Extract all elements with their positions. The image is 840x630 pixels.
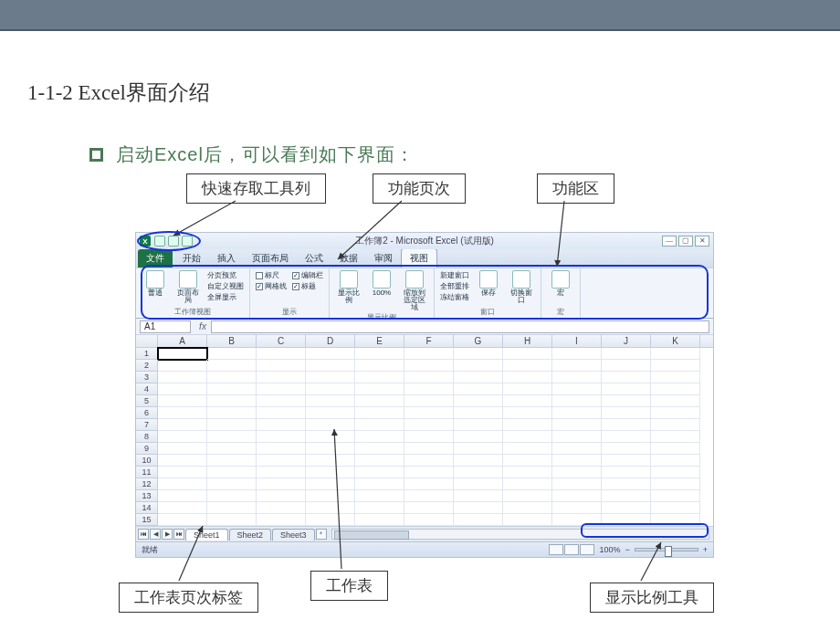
cell[interactable] [651,360,700,372]
cell[interactable] [651,372,700,383]
cell[interactable] [454,383,503,395]
cell[interactable] [158,478,207,490]
cell[interactable] [651,395,700,407]
sheet-tab-1[interactable]: Sheet1 [185,529,228,541]
cell[interactable] [257,348,306,360]
cell[interactable] [503,360,552,372]
cell[interactable] [454,372,503,383]
cell[interactable] [503,467,552,478]
row-header[interactable]: 10 [136,455,158,467]
zoom-in-button[interactable]: + [703,545,708,554]
cell[interactable] [306,455,355,467]
cell[interactable] [207,360,257,372]
cell[interactable] [552,395,602,407]
cell[interactable] [552,360,602,372]
cell[interactable] [552,467,602,478]
cell[interactable] [454,478,503,490]
cell[interactable] [207,467,257,478]
cell[interactable] [306,467,355,478]
cell[interactable] [602,502,651,514]
cell[interactable] [306,407,355,419]
cell[interactable] [207,383,257,395]
cell[interactable] [306,360,355,372]
col-C[interactable]: C [257,335,306,347]
cell[interactable] [158,419,207,431]
cell[interactable] [552,502,602,514]
cell[interactable] [306,419,355,431]
col-J[interactable]: J [602,335,651,347]
cell[interactable] [257,383,306,395]
cell[interactable] [651,467,700,478]
cell[interactable] [651,383,700,395]
cell[interactable] [207,431,257,443]
row-header[interactable]: 1 [136,348,158,360]
view-pagebreak-icon[interactable] [580,544,594,555]
cell[interactable] [158,443,207,455]
cell[interactable] [503,419,552,431]
cell[interactable] [552,383,602,395]
cell[interactable] [651,419,700,431]
cell[interactable] [158,490,207,502]
cell[interactable] [404,407,454,419]
col-D[interactable]: D [306,335,355,347]
tabnav-first[interactable]: ⏮ [138,529,149,540]
cell[interactable] [207,478,257,490]
cell[interactable] [503,455,552,467]
close-button[interactable]: ✕ [695,236,709,247]
cell[interactable] [158,348,207,360]
cell[interactable] [306,443,355,455]
cell[interactable] [454,502,503,514]
cell[interactable] [355,383,404,395]
cell[interactable] [503,478,552,490]
cell[interactable] [158,360,207,372]
cell[interactable] [257,419,306,431]
cell[interactable] [306,372,355,383]
cell[interactable] [602,348,651,360]
cell[interactable] [158,502,207,514]
cell[interactable] [355,360,404,372]
cell[interactable] [602,490,651,502]
cell[interactable] [404,360,454,372]
cell[interactable] [404,514,454,526]
row-header[interactable]: 8 [136,431,158,443]
cell[interactable] [404,443,454,455]
cell[interactable] [503,372,552,383]
spreadsheet-grid[interactable]: A B C D E F G H I J K 123456789101112131… [136,335,713,526]
cell[interactable] [306,395,355,407]
cell[interactable] [404,395,454,407]
row-header[interactable]: 6 [136,407,158,419]
cell[interactable] [306,431,355,443]
cell[interactable] [257,443,306,455]
row-header[interactable]: 7 [136,419,158,431]
zoom-out-button[interactable]: − [625,545,629,554]
row-header[interactable]: 3 [136,372,158,383]
row-header[interactable]: 2 [136,360,158,372]
cell[interactable] [651,478,700,490]
cell[interactable] [651,407,700,419]
minimize-button[interactable]: — [662,236,677,247]
cell[interactable] [503,395,552,407]
cell[interactable] [651,490,700,502]
cell[interactable] [651,443,700,455]
cell[interactable] [552,455,602,467]
cell[interactable] [404,383,454,395]
cell[interactable] [257,431,306,443]
cell[interactable] [552,490,602,502]
cell[interactable] [404,455,454,467]
cell[interactable] [602,419,651,431]
cell[interactable] [158,407,207,419]
col-H[interactable]: H [503,335,552,347]
cell[interactable] [207,395,257,407]
cell[interactable] [454,395,503,407]
cell[interactable] [257,395,306,407]
cell[interactable] [355,514,404,526]
cell[interactable] [207,490,257,502]
cell[interactable] [552,348,602,360]
cell[interactable] [306,502,355,514]
col-A[interactable]: A [158,335,207,347]
cell[interactable] [207,419,257,431]
cell[interactable] [602,383,651,395]
cell[interactable] [404,431,454,443]
col-F[interactable]: F [404,335,454,347]
cell[interactable] [503,443,552,455]
